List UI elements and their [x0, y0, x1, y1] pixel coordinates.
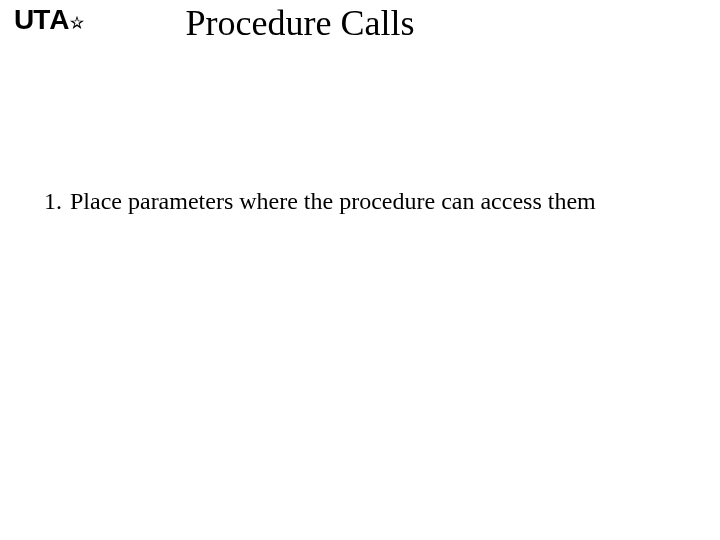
slide-title-text: Procedure Calls	[186, 2, 415, 44]
list-item-number: 1.	[28, 188, 70, 215]
slide: UTA Procedure Calls 1. Place parameters …	[0, 0, 720, 540]
slide-title: Procedure Calls	[0, 2, 720, 44]
ordered-list: 1. Place parameters where the procedure …	[28, 188, 700, 215]
list-item: 1. Place parameters where the procedure …	[28, 188, 700, 215]
list-item-text: Place parameters where the procedure can…	[70, 188, 700, 215]
